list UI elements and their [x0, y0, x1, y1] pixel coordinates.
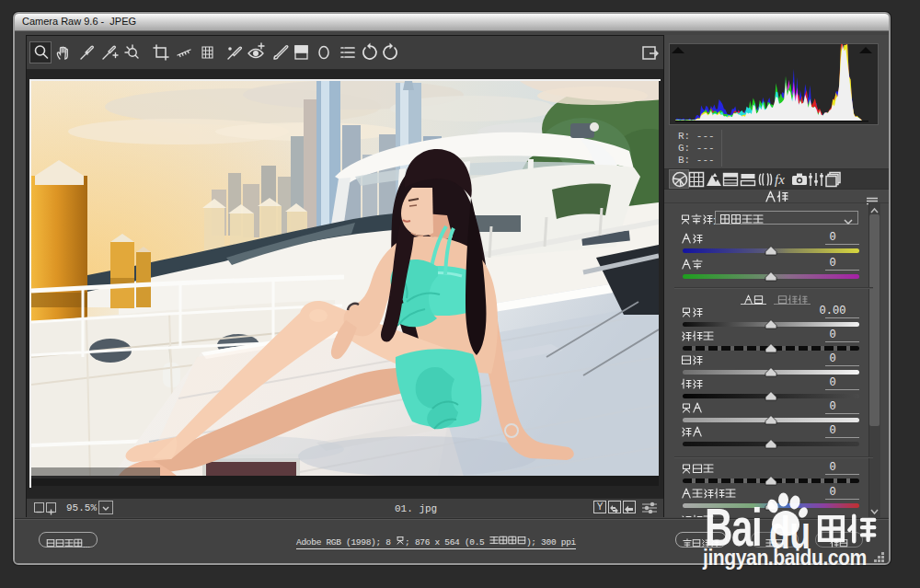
svg-text:fx: fx	[775, 172, 785, 187]
